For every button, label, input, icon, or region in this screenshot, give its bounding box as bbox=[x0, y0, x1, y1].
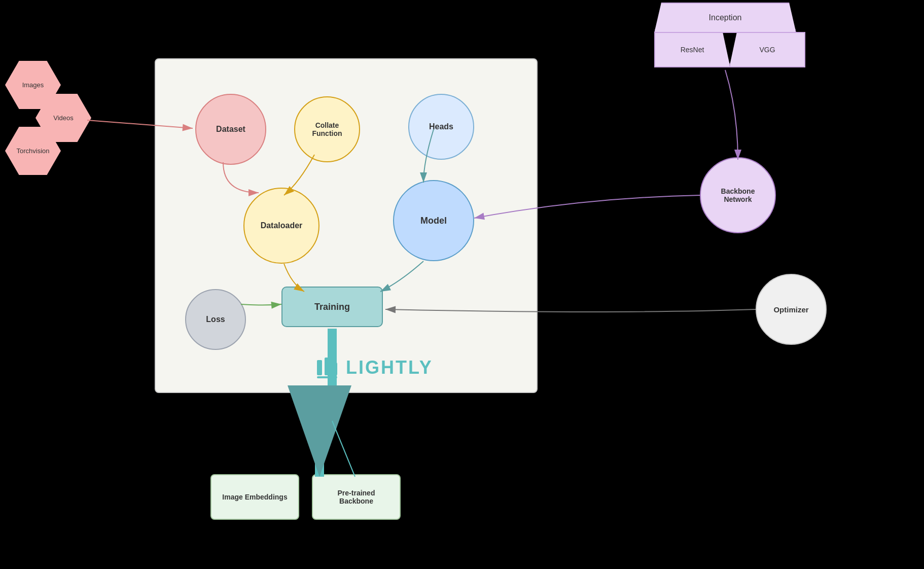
dataset-circle: Dataset bbox=[195, 94, 266, 165]
inception-bottom: ResNet VGG bbox=[654, 32, 805, 67]
lightly-logo: LIGHTLY bbox=[314, 355, 433, 380]
lightly-icon bbox=[314, 355, 340, 380]
svg-rect-3 bbox=[317, 376, 337, 378]
svg-marker-5 bbox=[0, 0, 5, 4]
svg-rect-0 bbox=[317, 360, 322, 375]
svg-marker-7 bbox=[0, 0, 5, 4]
svg-marker-10 bbox=[0, 0, 5, 4]
collate-circle: CollateFunction bbox=[294, 96, 360, 162]
heads-circle: Heads bbox=[408, 94, 474, 160]
svg-rect-2 bbox=[332, 363, 337, 375]
inception-top: Inception bbox=[654, 3, 796, 33]
image-embeddings-box: Image Embeddings bbox=[210, 474, 299, 520]
svg-marker-6 bbox=[0, 0, 5, 4]
svg-line-12 bbox=[332, 421, 355, 477]
dataloader-circle: Dataloader bbox=[243, 188, 319, 264]
svg-marker-8 bbox=[0, 0, 5, 4]
backbone-circle: BackboneNetwork bbox=[700, 157, 776, 233]
optimizer-circle: Optimizer bbox=[756, 274, 827, 345]
training-box: Training bbox=[281, 287, 383, 327]
model-circle: Model bbox=[393, 180, 474, 261]
inception-vgg: VGG bbox=[729, 32, 805, 67]
inception-resnet: ResNet bbox=[654, 32, 730, 67]
lightly-text: LIGHTLY bbox=[346, 357, 433, 378]
svg-marker-4 bbox=[0, 0, 5, 4]
svg-rect-1 bbox=[325, 358, 330, 375]
inception-group: Inception ResNet VGG bbox=[654, 3, 805, 67]
pretrained-backbone-box: Pre-trainedBackbone bbox=[312, 474, 401, 520]
svg-marker-9 bbox=[0, 0, 5, 4]
loss-circle: Loss bbox=[185, 289, 246, 350]
